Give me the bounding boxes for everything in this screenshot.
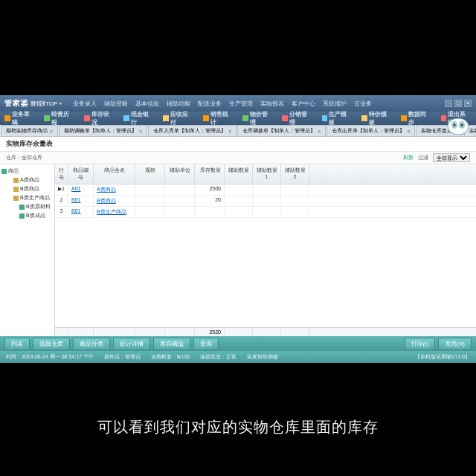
menu-item[interactable]: 实物报表	[260, 100, 284, 108]
table-row[interactable]: ▶1 A01 A类商品 2500	[55, 184, 476, 196]
menu-item[interactable]: 业务录入	[73, 100, 97, 108]
video-caption: 可以看到我们对应的实物仓库里面的库存	[0, 417, 476, 437]
tool-item[interactable]: 生产模板	[322, 110, 353, 126]
menu-item[interactable]: 云业务	[354, 100, 372, 108]
menu-item[interactable]: 配送业务	[198, 100, 222, 108]
maximize-icon[interactable]: □	[454, 100, 462, 107]
page-title: 实物库存余量表	[6, 139, 53, 149]
query-button[interactable]: 查询	[193, 338, 219, 350]
table-row[interactable]: 2 B01 B类商品 20	[55, 196, 476, 207]
status-branch: 当前帐套：tk130	[151, 353, 190, 361]
col-qty[interactable]: 库存数量	[195, 164, 225, 184]
close-tab-icon[interactable]: ×	[50, 129, 53, 134]
col-row[interactable]: 行号	[55, 164, 68, 184]
main-menu: 业务录入 辅助登账 基本信息 辅助功能 配送业务 生产管理 实物报表 客户中心 …	[73, 100, 445, 108]
status-bar: 时间：2019-06-24 周一 08:54:17 下午 操作员：管理员 当前帐…	[0, 351, 476, 363]
col-spec[interactable]: 规格	[135, 164, 165, 184]
mascot-icon	[443, 112, 473, 137]
filter-bar: 仓库：全部仓库 刷新 过滤 全部显示	[0, 152, 476, 164]
status-conn: 连接状态：正常	[200, 353, 237, 361]
select-wh-button[interactable]: 选择仓库	[33, 338, 70, 350]
close-tab-icon[interactable]: ×	[318, 129, 321, 134]
list-button[interactable]: 列表	[4, 338, 30, 350]
tool-item[interactable]: 数据同步	[401, 110, 431, 126]
warehouse-label: 仓库：全部仓库	[6, 154, 42, 161]
minimize-icon[interactable]: -	[445, 100, 452, 107]
svg-point-4	[461, 124, 463, 126]
product-tree: 商品 A类商品 B类商品 B类生产商品 B类原材料 B类成品	[0, 164, 55, 336]
product-name: 辉煌ⅡTOP	[30, 100, 57, 108]
page-header: 实物库存余量表	[0, 137, 476, 152]
data-grid: 行号 商品编号 商品全名 规格 辅助单位 库存数量 辅助数量 辅助数量1 辅助数…	[55, 164, 476, 336]
status-time: 时间：2019-06-24 周一 08:54:17 下午	[6, 353, 94, 361]
status-operator: 操作员：管理员	[104, 353, 141, 361]
status-version: 【单机版试用版V13.0】	[415, 353, 470, 361]
titlebar: 管家婆 辉煌ⅡTOP + 业务录入 辅助登账 基本信息 辅助功能 配送业务 生产…	[0, 95, 476, 112]
tab[interactable]: 仓库出库单【制单人：管理员】×	[327, 125, 415, 136]
tool-item[interactable]: 特价模板	[361, 110, 392, 126]
tool-item[interactable]: 应收应付	[163, 110, 193, 126]
close-tab-icon[interactable]: ×	[139, 129, 142, 134]
threshold-button[interactable]: 库存阈值	[153, 338, 190, 350]
toolbar: 业务草稿 经营历程 库存状况 现金银行 应收应付 销售统计 物价管理 分销管理 …	[0, 112, 476, 125]
close-button[interactable]: 关闭(X)	[438, 338, 472, 350]
tool-item[interactable]: 分销管理	[282, 110, 312, 126]
status-mode: 实发加班调整	[247, 353, 278, 361]
tree-node[interactable]: B类原材料	[1, 202, 53, 211]
tree-node[interactable]: B类商品	[1, 184, 53, 193]
tab-bar: 期初实物库存商品× 期初调账单【制单人：管理员】× 仓库入库单【制单人：管理员】…	[0, 125, 476, 137]
col-unit[interactable]: 辅助单位	[165, 164, 195, 184]
window-controls: - □ ×	[445, 100, 472, 107]
filter-select[interactable]: 全部显示	[433, 153, 470, 162]
tool-item[interactable]: 物价管理	[242, 110, 273, 126]
category-button[interactable]: 商品分类	[73, 338, 110, 350]
button-bar: 列表 选择仓库 商品分类 统计详情 库存阈值 查询 打印(I) 关闭(X)	[0, 336, 476, 351]
tool-item[interactable]: 库存状况	[84, 110, 115, 126]
table-row[interactable]: 3 B01 B类生产商品	[55, 207, 476, 218]
workarea: 商品 A类商品 B类商品 B类生产商品 B类原材料 B类成品 行号 商品编号 商…	[0, 164, 476, 336]
menu-item[interactable]: 辅助功能	[167, 100, 190, 108]
tab[interactable]: 期初调账单【制单人：管理员】×	[59, 125, 147, 136]
col-aux1[interactable]: 辅助数量1	[253, 164, 281, 184]
tree-root[interactable]: 商品	[1, 167, 53, 176]
tab[interactable]: 期初实物库存商品×	[1, 125, 58, 136]
tree-node[interactable]: B类生产商品	[1, 193, 53, 202]
svg-point-3	[454, 124, 456, 126]
menu-item[interactable]: 客户中心	[292, 100, 315, 108]
close-tab-icon[interactable]: ×	[228, 129, 231, 134]
col-code[interactable]: 商品编号	[68, 164, 94, 184]
tab[interactable]: 仓库入库单【制单人：管理员】×	[148, 125, 237, 136]
detail-button[interactable]: 统计详情	[113, 338, 150, 350]
grid-header: 行号 商品编号 商品全名 规格 辅助单位 库存数量 辅助数量 辅助数量1 辅助数…	[55, 164, 476, 184]
tree-node[interactable]: B类成品	[1, 211, 53, 220]
grid-footer: 2520	[55, 327, 476, 336]
brand: 管家婆	[4, 98, 29, 109]
menu-item[interactable]: 生产管理	[229, 100, 253, 108]
plus: +	[59, 100, 62, 107]
refresh-link[interactable]: 刷新	[403, 154, 414, 161]
menu-item[interactable]: 辅助登账	[104, 100, 128, 108]
tool-item[interactable]: 业务草稿	[4, 110, 35, 126]
close-tab-icon[interactable]: ×	[407, 129, 410, 134]
tool-item[interactable]: 销售统计	[203, 110, 234, 126]
col-aux2[interactable]: 辅助数量2	[281, 164, 309, 184]
app-window: 管家婆 辉煌ⅡTOP + 业务录入 辅助登账 基本信息 辅助功能 配送业务 生产…	[0, 95, 476, 363]
total-qty: 2520	[195, 328, 225, 336]
tab[interactable]: 仓库调拨单【制单人：管理员】×	[237, 125, 326, 136]
col-aux[interactable]: 辅助数量	[225, 164, 253, 184]
print-button[interactable]: 打印(I)	[405, 338, 436, 350]
svg-point-0	[448, 118, 469, 135]
menu-item[interactable]: 基本信息	[135, 100, 159, 108]
grid-body[interactable]: ▶1 A01 A类商品 2500 2 B01 B类商品 20 3	[55, 184, 476, 327]
tool-item[interactable]: 经营历程	[44, 110, 74, 126]
tool-item[interactable]: 现金银行	[123, 110, 154, 126]
col-name[interactable]: 商品全名	[94, 164, 135, 184]
close-icon[interactable]: ×	[464, 100, 472, 107]
filter-label: 过滤	[418, 154, 428, 161]
tree-node[interactable]: A类商品	[1, 176, 53, 184]
menu-item[interactable]: 系统维护	[323, 100, 347, 108]
